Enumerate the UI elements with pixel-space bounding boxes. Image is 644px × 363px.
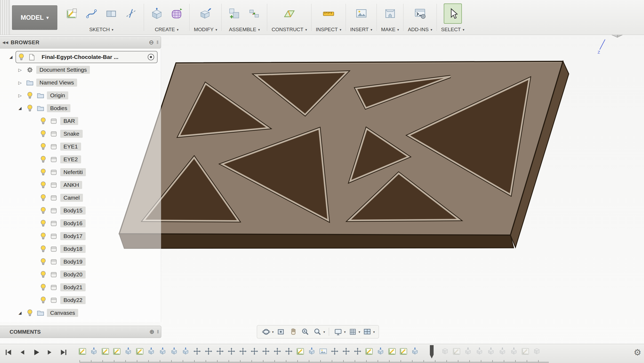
timeline-settings-gear-icon[interactable]: ⚙: [634, 347, 641, 357]
visibility-bulb-icon[interactable]: [38, 142, 49, 151]
visibility-bulb-icon[interactable]: [25, 308, 35, 317]
construct-menu[interactable]: CONSTRUCT▾: [271, 26, 307, 34]
chocolate-bar-pockets[interactable]: [144, 72, 529, 221]
panel-options-icon[interactable]: ⊕: [149, 328, 154, 335]
sketch-feature-icon[interactable]: [135, 346, 144, 356]
insert-image-button[interactable]: [353, 4, 370, 23]
extrude-feature-icon[interactable]: [463, 346, 473, 356]
move-feature-icon[interactable]: [261, 346, 270, 356]
extrude-feature-icon[interactable]: [509, 346, 518, 356]
visibility-bulb-icon[interactable]: [38, 180, 49, 189]
browser-item-canvases[interactable]: ◢ Canvases: [0, 306, 161, 319]
sketch-feature-icon[interactable]: [112, 346, 121, 356]
3d-print-button[interactable]: [382, 4, 399, 23]
extrude-feature-icon[interactable]: [498, 346, 507, 356]
browser-item-document-settings[interactable]: ▷ Document Settings: [0, 63, 161, 76]
visibility-bulb-icon[interactable]: [38, 296, 49, 305]
browser-body-item[interactable]: BAR: [0, 115, 161, 127]
browser-body-item[interactable]: Snake: [0, 127, 161, 140]
box-feature-icon[interactable]: [532, 346, 541, 356]
select-menu[interactable]: SELECT▾: [441, 26, 464, 34]
browser-body-item[interactable]: Body15: [0, 204, 161, 217]
chevron-down-icon[interactable]: ▾: [344, 330, 346, 334]
visibility-bulb-icon[interactable]: [38, 116, 49, 126]
extrude-feature-icon[interactable]: [124, 346, 133, 356]
move-feature-icon[interactable]: [215, 346, 225, 356]
expand-toggle-icon[interactable]: ▷: [15, 67, 25, 72]
panel-options-icon[interactable]: ⊖: [149, 39, 154, 46]
browser-body-item[interactable]: Body20: [0, 268, 161, 281]
extrude-feature-icon[interactable]: [475, 346, 484, 356]
create-menu[interactable]: CREATE▾: [155, 26, 178, 34]
image-feature-icon[interactable]: [319, 346, 328, 356]
inspect-menu[interactable]: INSPECT▾: [316, 26, 341, 34]
zoom-window-tool-icon[interactable]: [312, 326, 323, 337]
browser-body-item[interactable]: ANKH: [0, 179, 161, 191]
extrude-feature-icon[interactable]: [158, 346, 167, 356]
chevron-down-icon[interactable]: ▾: [359, 330, 361, 334]
visibility-bulb-icon[interactable]: [38, 219, 49, 228]
visibility-bulb-icon[interactable]: [38, 168, 49, 177]
move-feature-icon[interactable]: [330, 346, 339, 356]
visibility-bulb-icon[interactable]: [38, 155, 49, 164]
browser-body-item[interactable]: Body21: [0, 281, 161, 294]
visibility-bulb-icon[interactable]: [16, 53, 27, 62]
scripts-addins-button[interactable]: [411, 4, 429, 23]
construction-plane-button[interactable]: [281, 4, 298, 23]
collapse-panel-icon[interactable]: ◀◀: [0, 40, 11, 45]
skip-to-start-button[interactable]: [3, 347, 14, 358]
sketch-feature-icon[interactable]: [387, 346, 397, 356]
viewports-icon[interactable]: [362, 326, 373, 337]
expand-toggle-icon[interactable]: ◢: [15, 106, 25, 111]
create-form-button[interactable]: [168, 4, 185, 23]
expand-toggle-icon[interactable]: ◢: [6, 55, 15, 59]
visibility-bulb-icon[interactable]: [25, 104, 35, 113]
toolbar-grip[interactable]: [0, 0, 10, 35]
create-box-button[interactable]: [148, 4, 165, 23]
grid-display-icon[interactable]: [347, 326, 358, 337]
chevron-down-icon[interactable]: ▾: [373, 330, 375, 334]
comments-bar[interactable]: COMMENTS ⊕ ‖: [0, 326, 161, 338]
move-feature-icon[interactable]: [353, 346, 362, 356]
sketch-feature-icon[interactable]: [365, 346, 374, 356]
extrude-feature-icon[interactable]: [486, 346, 495, 356]
move-feature-icon[interactable]: [204, 346, 213, 356]
chevron-down-icon[interactable]: ▾: [272, 330, 274, 334]
modify-menu[interactable]: MODIFY▾: [194, 26, 217, 34]
joint-button[interactable]: [246, 4, 263, 23]
visibility-bulb-icon[interactable]: [38, 270, 49, 279]
browser-body-item[interactable]: EYE2: [0, 153, 161, 166]
chevron-down-icon[interactable]: ▾: [323, 330, 325, 334]
browser-body-item[interactable]: Body22: [0, 294, 161, 306]
extrude-feature-icon[interactable]: [89, 346, 98, 356]
press-pull-button[interactable]: [197, 4, 214, 23]
extrude-feature-icon[interactable]: [181, 346, 190, 356]
visibility-bulb-icon[interactable]: [38, 206, 49, 215]
expand-toggle-icon[interactable]: ▷: [15, 80, 25, 85]
browser-body-item[interactable]: Camel: [0, 191, 161, 204]
insert-menu[interactable]: INSERT▾: [350, 26, 372, 34]
move-feature-icon[interactable]: [273, 346, 282, 356]
spline-tool-button[interactable]: [83, 4, 100, 23]
visibility-bulb-icon[interactable]: [38, 129, 49, 138]
extrude-feature-icon[interactable]: [147, 346, 156, 356]
sketch-feature-icon[interactable]: [78, 346, 87, 356]
box-feature-icon[interactable]: [441, 346, 450, 356]
visibility-bulb-icon[interactable]: [38, 283, 49, 292]
expand-toggle-icon[interactable]: ▷: [15, 93, 25, 98]
sketch-feature-icon[interactable]: [399, 346, 408, 356]
move-feature-icon[interactable]: [284, 346, 293, 356]
new-component-button[interactable]: [226, 4, 243, 23]
move-feature-icon[interactable]: [250, 346, 259, 356]
browser-header[interactable]: ◀◀ BROWSER ⊖ ‖: [0, 36, 161, 49]
extrude-feature-icon[interactable]: [410, 346, 419, 356]
visibility-bulb-icon[interactable]: [38, 244, 49, 253]
step-forward-button[interactable]: [44, 347, 55, 358]
visibility-bulb-icon[interactable]: [38, 257, 49, 266]
skip-to-end-button[interactable]: [58, 347, 69, 358]
select-tool-button[interactable]: [444, 3, 462, 24]
pan-tool-icon[interactable]: [288, 326, 298, 337]
sketch-feature-icon[interactable]: [452, 346, 461, 356]
workspace-switcher[interactable]: MODEL ▾: [12, 5, 57, 30]
extrude-feature-icon[interactable]: [170, 346, 179, 356]
